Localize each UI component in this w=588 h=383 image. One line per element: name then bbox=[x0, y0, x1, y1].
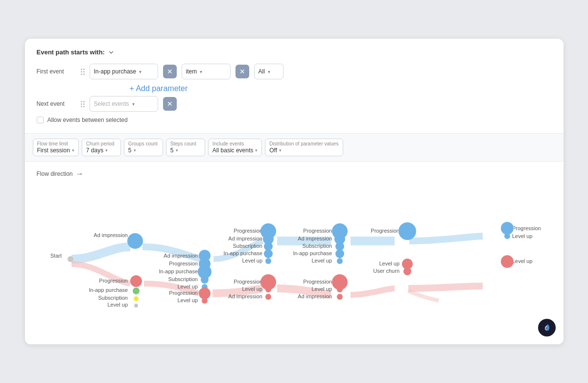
groups-count-value: 5 ▾ bbox=[128, 147, 159, 154]
flow-direction: Flow direction → bbox=[37, 169, 552, 178]
distribution-chip[interactable]: Distribution of parameter values Off ▾ bbox=[265, 139, 343, 156]
add-parameter-row[interactable]: + Add parameter bbox=[130, 84, 552, 93]
first-event-clear-button[interactable]: ✕ bbox=[163, 65, 177, 78]
svg-text:Progression: Progression bbox=[303, 279, 332, 285]
svg-point-67 bbox=[504, 233, 510, 239]
svg-text:User churn: User churn bbox=[373, 268, 400, 274]
svg-text:In-app purchase: In-app purchase bbox=[293, 250, 332, 256]
flow-time-limit-label: Flow time limit bbox=[37, 141, 74, 146]
add-parameter-label: + Add parameter bbox=[130, 84, 188, 93]
svg-point-41 bbox=[265, 294, 271, 300]
first-event-row: First event In-app purchase ▾ ✕ item ▾ ✕… bbox=[37, 64, 552, 79]
svg-text:Level up: Level up bbox=[512, 233, 533, 239]
svg-text:In-app purchase: In-app purchase bbox=[223, 250, 262, 256]
include-events-value: All basic events ▾ bbox=[212, 147, 258, 154]
flow-time-limit-chip[interactable]: Flow time limit First session ▾ bbox=[33, 139, 79, 156]
svg-text:Ad impression: Ad impression bbox=[94, 232, 128, 238]
svg-text:Level up: Level up bbox=[512, 258, 533, 264]
churn-period-chip[interactable]: Churn period 7 days ▾ bbox=[82, 139, 121, 156]
svg-point-33 bbox=[264, 249, 273, 258]
svg-text:Level up: Level up bbox=[242, 258, 262, 263]
flow-time-limit-value: First session ▾ bbox=[37, 147, 74, 154]
drag-handle-first bbox=[81, 69, 85, 75]
event-path-header: Event path starts with: bbox=[37, 48, 552, 56]
all-value: All bbox=[259, 68, 265, 75]
first-event-label: First event bbox=[37, 68, 76, 75]
svg-point-19 bbox=[201, 276, 209, 284]
flow-diagram: Start Ad impression Progression In-app p… bbox=[37, 183, 552, 335]
allow-events-checkbox[interactable] bbox=[37, 117, 44, 123]
svg-point-57 bbox=[337, 294, 343, 300]
include-events-chip[interactable]: Include events All basic events ▾ bbox=[208, 139, 262, 156]
svg-text:Progression: Progression bbox=[99, 278, 128, 284]
svg-point-23 bbox=[199, 287, 211, 299]
svg-point-5 bbox=[130, 275, 142, 287]
include-events-label: Include events bbox=[212, 141, 258, 146]
svg-point-51 bbox=[337, 258, 343, 264]
svg-point-25 bbox=[202, 298, 208, 304]
svg-point-7 bbox=[133, 287, 140, 294]
logo-badge bbox=[538, 319, 556, 336]
next-event-row: Next event Select events ▾ ✕ bbox=[37, 96, 552, 112]
churn-period-value: 7 days ▾ bbox=[86, 147, 117, 154]
first-event-dropdown[interactable]: In-app purchase ▾ bbox=[90, 64, 158, 79]
steps-count-label: Steps count bbox=[170, 141, 201, 146]
logo-icon bbox=[542, 323, 552, 333]
svg-text:Subscription: Subscription bbox=[233, 243, 262, 249]
svg-text:Level up: Level up bbox=[177, 297, 198, 303]
distribution-value: Off ▾ bbox=[269, 147, 339, 154]
chevron-down-icon[interactable] bbox=[108, 49, 115, 56]
groups-count-chip[interactable]: Groups count 5 ▾ bbox=[124, 139, 163, 156]
drag-handle-next bbox=[81, 101, 85, 107]
svg-text:Ad impression: Ad impression bbox=[164, 253, 198, 259]
svg-point-0 bbox=[68, 256, 73, 262]
all-dropdown[interactable]: All ▾ bbox=[254, 64, 283, 79]
select-events-placeholder: Select events bbox=[94, 100, 129, 107]
all-arrow: ▾ bbox=[268, 69, 270, 74]
flow-direction-arrow: → bbox=[76, 169, 84, 178]
svg-text:Level up: Level up bbox=[177, 284, 198, 289]
svg-text:Subscription: Subscription bbox=[98, 295, 128, 301]
item-arrow: ▾ bbox=[200, 69, 202, 74]
next-event-label: Next event bbox=[37, 100, 76, 107]
first-event-value: In-app purchase bbox=[94, 68, 137, 75]
svg-text:Level up: Level up bbox=[311, 258, 332, 263]
svg-text:Level up: Level up bbox=[379, 261, 400, 266]
svg-text:Level up: Level up bbox=[242, 286, 262, 292]
svg-point-49 bbox=[335, 249, 344, 258]
svg-point-55 bbox=[337, 287, 343, 292]
next-event-clear-button[interactable]: ✕ bbox=[163, 97, 177, 111]
svg-text:Progression: Progression bbox=[169, 261, 198, 266]
event-path-label: Event path starts with: bbox=[37, 48, 105, 56]
svg-text:Start: Start bbox=[50, 253, 61, 259]
svg-point-39 bbox=[265, 287, 271, 292]
item-dropdown[interactable]: item ▾ bbox=[182, 64, 231, 79]
groups-count-label: Groups count bbox=[128, 141, 159, 146]
next-event-arrow: ▾ bbox=[132, 101, 135, 107]
top-panel: Event path starts with: First event In-a… bbox=[25, 39, 564, 134]
svg-text:In-app purchase: In-app purchase bbox=[89, 287, 128, 293]
allow-events-row: Allow events between selected bbox=[37, 117, 552, 123]
allow-events-label: Allow events between selected bbox=[47, 117, 128, 123]
svg-text:Progression: Progression bbox=[234, 228, 262, 234]
item-clear-button[interactable]: ✕ bbox=[235, 65, 249, 78]
svg-point-11 bbox=[134, 304, 138, 308]
flow-direction-label: Flow direction bbox=[37, 170, 73, 177]
svg-text:Level up: Level up bbox=[107, 302, 128, 308]
svg-point-35 bbox=[265, 258, 271, 264]
svg-text:Ad impression: Ad impression bbox=[228, 236, 262, 241]
svg-point-9 bbox=[134, 296, 139, 301]
flow-area: Flow direction → bbox=[25, 162, 564, 344]
svg-text:Progression: Progression bbox=[169, 290, 198, 296]
next-event-dropdown[interactable]: Select events ▾ bbox=[90, 96, 158, 112]
steps-count-chip[interactable]: Steps count 5 ▾ bbox=[166, 139, 205, 156]
svg-text:Subscription: Subscription bbox=[168, 276, 198, 282]
item-value: item bbox=[186, 68, 197, 75]
svg-text:Progression: Progression bbox=[512, 225, 541, 231]
svg-text:Progression: Progression bbox=[303, 228, 332, 234]
svg-text:Ad impression: Ad impression bbox=[298, 236, 332, 241]
svg-text:Ad impression: Ad impression bbox=[298, 293, 332, 299]
main-container: Event path starts with: First event In-a… bbox=[25, 39, 564, 344]
distribution-label: Distribution of parameter values bbox=[269, 141, 339, 146]
svg-point-59 bbox=[399, 222, 416, 240]
